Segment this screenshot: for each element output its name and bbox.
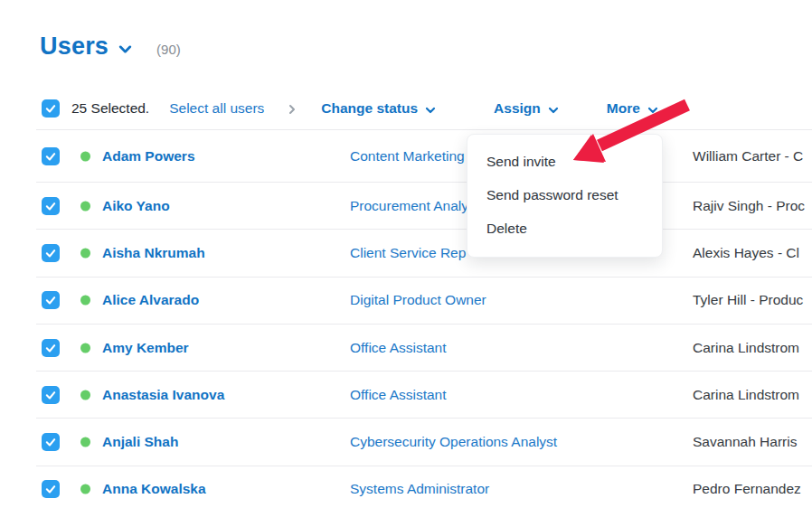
row-checkbox[interactable] [42, 339, 60, 357]
manager-text: Carina Lindstrom [693, 340, 799, 356]
chevron-right-icon [286, 103, 298, 116]
users-page: { "header": { "title": "Users", "count":… [0, 0, 812, 508]
row-checkbox[interactable] [42, 244, 60, 262]
status-active-dot [80, 201, 90, 211]
user-name-link[interactable]: Alice Alvarado [102, 292, 199, 308]
job-title-link[interactable]: Digital Product Owner [350, 292, 486, 308]
job-title-link[interactable]: Office Assistant [350, 387, 447, 403]
manager-text: Pedro Fernandez [693, 481, 801, 497]
status-active-dot [80, 151, 90, 161]
user-name-link[interactable]: Aisha Nkrumah [102, 245, 205, 261]
user-name-link[interactable]: Amy Kember [102, 340, 189, 356]
assign-label: Assign [494, 100, 541, 117]
table-row: Alice Alvarado Digital Product Owner Tyl… [36, 278, 812, 325]
job-title-link[interactable]: Office Assistant [350, 340, 447, 356]
row-checkbox[interactable] [42, 197, 60, 215]
chevron-down-icon [424, 104, 437, 117]
table-row: Anastasia Ivanova Office Assistant Carin… [36, 372, 812, 419]
job-title-link[interactable]: Client Service Rep [350, 245, 466, 261]
row-checkbox[interactable] [42, 291, 60, 309]
dropdown-menu-item[interactable]: Delete [467, 212, 662, 245]
row-checkbox[interactable] [42, 386, 60, 404]
actions-dropdown-menu: Send inviteSend password resetDelete [467, 134, 663, 258]
manager-text: Alexis Hayes - Cl [693, 245, 799, 261]
status-active-dot [80, 437, 90, 447]
job-title-link[interactable]: Procurement Analyst [350, 198, 479, 214]
job-title-link[interactable]: Content Marketing [350, 148, 465, 165]
more-button[interactable]: More [607, 100, 659, 117]
user-count: (90) [156, 42, 181, 57]
users-table: Adam Powers Content Marketing William Ca… [36, 129, 812, 508]
table-row: Anna Kowalska Systems Administrator Pedr… [36, 466, 812, 508]
chevron-down-icon [547, 104, 560, 117]
status-active-dot [80, 484, 90, 494]
job-title-link[interactable]: Systems Administrator [350, 481, 489, 497]
table-row: Anjali Shah Cybersecurity Operations Ana… [36, 419, 812, 466]
user-name-link[interactable]: Aiko Yano [102, 198, 170, 214]
dropdown-menu-item[interactable]: Send password reset [467, 178, 662, 212]
user-name-link[interactable]: Anna Kowalska [102, 481, 206, 497]
manager-text: Carina Lindstrom [693, 387, 799, 403]
user-name-link[interactable]: Adam Powers [102, 148, 195, 165]
user-name-link[interactable]: Anastasia Ivanova [102, 387, 224, 403]
page-header: Users (90) [40, 33, 181, 61]
chevron-down-icon [647, 104, 659, 117]
bulk-actions-toolbar: 25 Selected. Select all users Change sta… [42, 95, 659, 122]
table-row: Amy Kember Office Assistant Carina Linds… [36, 325, 812, 372]
manager-text: Savannah Harris [693, 434, 797, 450]
manager-text: William Carter - C [693, 148, 803, 165]
table-row: Adam Powers Content Marketing William Ca… [36, 130, 812, 183]
page-title: Users [40, 33, 109, 61]
manager-text: Rajiv Singh - Proc [693, 198, 805, 214]
manager-text: Tyler Hill - Produc [693, 292, 803, 308]
change-status-label: Change status [321, 100, 418, 117]
table-row: Aisha Nkrumah Client Service Rep Alexis … [36, 230, 812, 277]
selected-count-label: 25 Selected. [71, 100, 149, 117]
row-checkbox[interactable] [42, 433, 60, 451]
users-chevron-down-icon[interactable] [118, 42, 133, 57]
status-active-dot [80, 296, 90, 306]
status-active-dot [80, 390, 90, 400]
table-row: Aiko Yano Procurement Analyst Rajiv Sing… [36, 183, 812, 230]
status-active-dot [80, 343, 90, 353]
select-all-checkbox[interactable] [42, 99, 60, 118]
change-status-button[interactable]: Change status [321, 100, 437, 117]
job-title-link[interactable]: Cybersecurity Operations Analyst [350, 434, 557, 450]
assign-button[interactable]: Assign [494, 100, 560, 117]
row-checkbox[interactable] [42, 147, 60, 165]
user-name-link[interactable]: Anjali Shah [102, 434, 178, 450]
more-label: More [607, 100, 640, 117]
status-active-dot [80, 248, 90, 258]
dropdown-menu-item[interactable]: Send invite [467, 145, 662, 178]
select-all-users-link[interactable]: Select all users [169, 100, 264, 117]
row-checkbox[interactable] [42, 480, 60, 498]
